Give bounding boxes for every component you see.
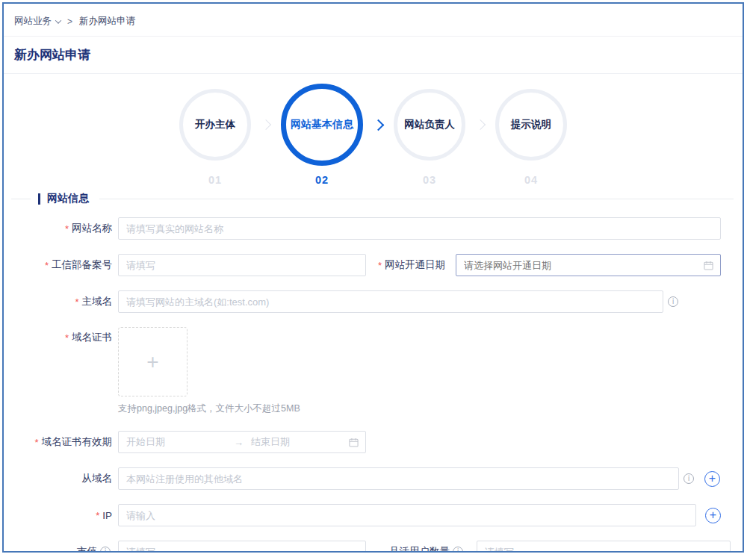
cert-validity-label: * 域名证书有效期 bbox=[4, 435, 118, 449]
info-icon[interactable]: i bbox=[453, 547, 463, 553]
icp-number-input[interactable] bbox=[118, 254, 366, 276]
open-date-label: * 网站开通日期 bbox=[374, 258, 451, 272]
step-arrow-icon-active bbox=[373, 119, 385, 131]
domain-cert-label: * 域名证书 bbox=[4, 327, 118, 344]
market-value-input[interactable] bbox=[118, 541, 366, 553]
breadcrumb-root[interactable]: 网站业务 bbox=[14, 15, 52, 28]
calendar-icon[interactable] bbox=[349, 438, 359, 447]
step-arrow-icon bbox=[261, 119, 271, 130]
website-info-form: * 网站名称 * 工信部备案号 * 网站开通日期 bbox=[4, 205, 743, 553]
info-icon[interactable]: i bbox=[100, 547, 111, 553]
divider-line bbox=[11, 199, 31, 199]
step-2-circle[interactable]: 网站基本信息 bbox=[281, 84, 363, 166]
section-accent-bar bbox=[38, 193, 40, 205]
breadcrumb-current: 新办网站申请 bbox=[79, 15, 135, 28]
upload-hint: 支持png,jpeg,jpg格式，文件大小不超过5MB bbox=[118, 402, 300, 415]
step-1: 开办主体 01 bbox=[179, 83, 251, 186]
required-asterisk: * bbox=[65, 223, 69, 234]
main-domain-input[interactable] bbox=[118, 290, 663, 313]
form-row-ip: * IP + bbox=[4, 504, 743, 526]
form-row-main-domain: * 主域名 i bbox=[4, 290, 743, 313]
page-frame: 网站业务 > 新办网站申请 新办网站申请 开办主体 01 网站基本信息 02 网… bbox=[2, 2, 744, 553]
icp-number-label: * 工信部备案号 bbox=[4, 258, 118, 272]
step-2-number: 02 bbox=[315, 174, 329, 186]
form-row-domain-cert: * 域名证书 + 支持png,jpeg,jpg格式，文件大小不超过5MB bbox=[4, 327, 743, 415]
page-title: 新办网站申请 bbox=[14, 46, 731, 63]
step-2: 网站基本信息 02 bbox=[281, 83, 363, 186]
step-1-number: 01 bbox=[208, 174, 222, 186]
form-row-website-name: * 网站名称 bbox=[4, 217, 743, 240]
required-asterisk: * bbox=[378, 260, 382, 271]
website-name-input[interactable] bbox=[118, 217, 721, 240]
range-arrow-icon: → bbox=[234, 437, 244, 448]
domain-cert-upload[interactable]: + bbox=[118, 327, 187, 396]
range-start-placeholder[interactable]: 开始日期 bbox=[126, 435, 234, 449]
step-4-number: 04 bbox=[524, 174, 538, 186]
step-3-circle[interactable]: 网站负责人 bbox=[394, 89, 465, 161]
required-asterisk: * bbox=[45, 260, 49, 271]
plus-icon: + bbox=[146, 350, 158, 374]
section-title: 网站信息 bbox=[47, 192, 89, 205]
website-name-label: * 网站名称 bbox=[4, 222, 118, 235]
monthly-active-users-label: 月活用户数量 i bbox=[374, 545, 471, 553]
calendar-icon[interactable] bbox=[704, 261, 713, 270]
add-ip-button[interactable]: + bbox=[705, 508, 721, 523]
stepper: 开办主体 01 网站基本信息 02 网站负责人 03 提示说明 04 bbox=[4, 74, 743, 189]
breadcrumb: 网站业务 > 新办网站申请 bbox=[4, 4, 743, 37]
required-asterisk: * bbox=[34, 437, 38, 448]
cert-validity-range-picker[interactable]: 开始日期 → 结束日期 bbox=[118, 431, 366, 453]
step-arrow-icon bbox=[475, 119, 486, 130]
required-asterisk: * bbox=[65, 332, 69, 343]
open-date-input[interactable] bbox=[456, 255, 704, 275]
add-sub-domain-button[interactable]: + bbox=[704, 471, 720, 487]
title-bar: 新办网站申请 bbox=[4, 37, 743, 74]
chevron-down-icon[interactable] bbox=[55, 17, 61, 23]
range-end-placeholder[interactable]: 结束日期 bbox=[251, 435, 349, 449]
step-3: 网站负责人 03 bbox=[394, 83, 465, 186]
ip-label: * IP bbox=[4, 510, 118, 521]
sub-domain-input[interactable] bbox=[118, 467, 679, 490]
main-domain-label: * 主域名 bbox=[4, 295, 118, 308]
market-value-label: 市值 i bbox=[4, 545, 118, 553]
step-3-number: 03 bbox=[423, 174, 436, 186]
step-1-circle[interactable]: 开办主体 bbox=[179, 89, 251, 161]
open-date-picker[interactable] bbox=[456, 254, 721, 276]
step-4: 提示说明 04 bbox=[495, 83, 567, 186]
form-row-cert-validity: * 域名证书有效期 开始日期 → 结束日期 bbox=[4, 431, 743, 453]
form-row-sub-domain: 从域名 i + bbox=[4, 467, 743, 490]
ip-input[interactable] bbox=[118, 504, 696, 526]
section-header: 网站信息 bbox=[11, 192, 734, 205]
info-icon[interactable]: i bbox=[684, 473, 694, 484]
required-asterisk: * bbox=[96, 510, 99, 521]
breadcrumb-separator: > bbox=[67, 16, 72, 27]
divider-line bbox=[99, 199, 734, 199]
info-icon[interactable]: i bbox=[668, 296, 678, 307]
form-row-icp-opendate: * 工信部备案号 * 网站开通日期 bbox=[4, 254, 743, 276]
sub-domain-label: 从域名 bbox=[4, 472, 118, 485]
monthly-active-users-input[interactable] bbox=[477, 541, 731, 553]
form-row-market-mau: 市值 i 月活用户数量 i bbox=[4, 541, 743, 553]
required-asterisk: * bbox=[75, 296, 78, 308]
step-4-circle[interactable]: 提示说明 bbox=[495, 89, 567, 161]
